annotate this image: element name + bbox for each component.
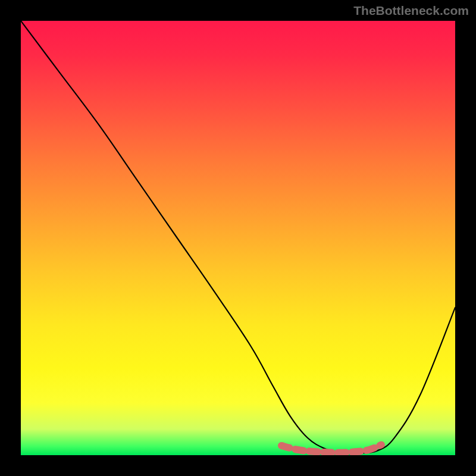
bottleneck-curve-path: [21, 21, 455, 453]
watermark-text: TheBottleneck.com: [353, 4, 469, 18]
chart-svg: [21, 21, 455, 455]
chart-plot-area: [21, 21, 455, 455]
highlight-segment-path: [281, 445, 381, 453]
